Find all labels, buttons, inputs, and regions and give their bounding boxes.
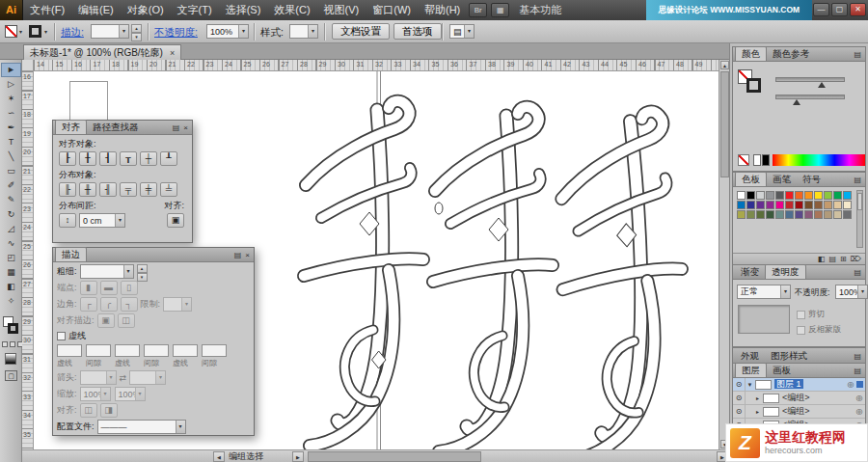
- menu-item-7[interactable]: 窗口(W): [366, 0, 418, 20]
- document-setup-button[interactable]: 文档设置: [332, 23, 390, 40]
- arrow-start-combo[interactable]: [80, 370, 117, 385]
- swatch-34[interactable]: [833, 210, 842, 219]
- dash-input-3[interactable]: [144, 344, 169, 357]
- swatch-20[interactable]: [814, 201, 823, 209]
- swatch-27[interactable]: [766, 210, 774, 219]
- color-slider-1[interactable]: [775, 77, 845, 82]
- layer-row-2[interactable]: ⊙▸<编组>◎: [733, 405, 865, 419]
- swatch-18[interactable]: [795, 201, 803, 209]
- dash-input-4[interactable]: [173, 344, 198, 357]
- menu-item-0[interactable]: 文件(F): [23, 0, 71, 20]
- profile-combo[interactable]: ———: [97, 420, 186, 434]
- eye-icon[interactable]: ⊙: [733, 378, 746, 392]
- corner-button-2[interactable]: ┐: [121, 297, 138, 312]
- menu-item-6[interactable]: 视图(V): [317, 0, 366, 20]
- close-icon[interactable]: ×: [183, 123, 188, 132]
- spin-up-icon[interactable]: ▴: [137, 264, 148, 273]
- panel-menu-icon[interactable]: ▤: [234, 251, 242, 259]
- distribute-button-4[interactable]: ╪: [140, 182, 157, 197]
- dash-input-2[interactable]: [115, 344, 140, 357]
- distribute-button-5[interactable]: ╧: [160, 182, 177, 197]
- menu-item-4[interactable]: 选择(S): [219, 0, 268, 20]
- tab-graphic-styles[interactable]: 图形样式: [765, 349, 813, 363]
- arrow-end-combo[interactable]: [129, 370, 166, 385]
- distribute-button-0[interactable]: ╟: [59, 182, 76, 197]
- horizontal-scroll-thumb[interactable]: [308, 451, 481, 462]
- swatch-15[interactable]: [766, 201, 774, 209]
- invert-mask-checkbox[interactable]: [797, 326, 805, 335]
- tab-color-guide[interactable]: 颜色参考: [767, 47, 815, 61]
- tab-close-icon[interactable]: ×: [170, 46, 175, 60]
- tab-artboards[interactable]: 画板: [767, 364, 797, 377]
- swatch-0[interactable]: [737, 191, 746, 200]
- swatch-5[interactable]: [785, 191, 794, 200]
- tab-symbols[interactable]: 符号: [797, 173, 827, 186]
- preferences-button[interactable]: 首选项: [393, 23, 442, 40]
- swatch-29[interactable]: [785, 210, 794, 219]
- color-mode-color-icon[interactable]: [2, 341, 8, 347]
- swatch-12[interactable]: [737, 201, 746, 209]
- tool-direct-selection[interactable]: ▷: [1, 77, 21, 92]
- tab-swatches[interactable]: 色板: [735, 172, 767, 186]
- close-button[interactable]: ✕: [850, 3, 866, 16]
- swatch-35[interactable]: [843, 210, 852, 219]
- tool-rotate[interactable]: ↻: [1, 207, 21, 222]
- opacity-panel-link[interactable]: 不透明度:: [154, 26, 198, 40]
- tool-width[interactable]: ∿: [1, 236, 21, 251]
- blend-mode-combo[interactable]: 正常: [737, 285, 791, 299]
- swatch-1[interactable]: [746, 191, 755, 200]
- tool-lasso[interactable]: ∽: [1, 106, 21, 121]
- corner-button-0[interactable]: ┌: [80, 297, 97, 312]
- style-combo[interactable]: [289, 24, 318, 39]
- slider-handle-icon[interactable]: [793, 99, 800, 105]
- vertical-scrollbar[interactable]: ▲ ▼: [719, 60, 729, 449]
- layer-row-1[interactable]: ⊙▸<编组>◎: [733, 392, 865, 405]
- white-swatch[interactable]: [753, 154, 761, 166]
- stroke-color-chip[interactable]: [29, 25, 41, 38]
- swatch-24[interactable]: [737, 210, 746, 219]
- swatch-8[interactable]: [814, 191, 823, 200]
- tool-type[interactable]: T: [1, 135, 21, 149]
- glyph-2[interactable]: [433, 107, 553, 449]
- align-to-selection-icon[interactable]: ▣: [167, 213, 184, 228]
- swatch-33[interactable]: [824, 210, 832, 219]
- swatch-9[interactable]: [824, 191, 832, 200]
- opacity-combo[interactable]: 100%: [206, 24, 249, 39]
- dash-input-1[interactable]: [86, 344, 111, 357]
- dash-input-0[interactable]: [57, 344, 82, 357]
- glyph-3[interactable]: [556, 111, 688, 449]
- tab-transparency[interactable]: 透明度: [765, 264, 806, 279]
- swatch-19[interactable]: [804, 201, 813, 209]
- stroke-dropdown-icon[interactable]: ▾: [44, 28, 47, 35]
- panel-menu-icon[interactable]: ▤: [854, 268, 861, 277]
- menu-item-3[interactable]: 文字(T): [171, 0, 219, 20]
- tab-align[interactable]: 对齐: [55, 120, 87, 134]
- target-icon[interactable]: ◎: [854, 394, 865, 402]
- minimize-button[interactable]: —: [813, 3, 829, 16]
- distribute-button-2[interactable]: ╢: [99, 182, 117, 197]
- arrange-documents-icon[interactable]: ▦: [491, 3, 509, 17]
- fill-color-chip[interactable]: [5, 25, 17, 38]
- bridge-icon[interactable]: Br: [469, 3, 487, 17]
- screen-mode-icon[interactable]: ▢: [5, 370, 17, 381]
- swatch-3[interactable]: [766, 191, 774, 200]
- swatch-14[interactable]: [756, 201, 765, 209]
- swatch-7[interactable]: [804, 191, 813, 200]
- swatch-28[interactable]: [775, 210, 784, 219]
- swatch-32[interactable]: [814, 210, 823, 219]
- tab-appearance[interactable]: 外观: [735, 349, 765, 363]
- menu-item-2[interactable]: 对象(O): [121, 0, 171, 20]
- panel-menu-icon[interactable]: ▤: [173, 123, 180, 132]
- target-icon[interactable]: ◎: [854, 407, 865, 416]
- gradient-swatch-icon[interactable]: [5, 353, 16, 365]
- tool-pencil[interactable]: ✎: [1, 193, 21, 207]
- cap-button-2[interactable]: ▯: [121, 281, 138, 295]
- stroke-weight-combo[interactable]: [91, 24, 129, 39]
- spin-up-icon[interactable]: ▴: [131, 24, 142, 33]
- close-icon[interactable]: ×: [245, 251, 250, 259]
- panel-menu-icon[interactable]: ▤: [854, 367, 861, 375]
- tab-color[interactable]: 颜色: [735, 46, 767, 61]
- stroke-weight-stepper[interactable]: ▴ ▾: [131, 24, 142, 39]
- swatch-2[interactable]: [756, 191, 765, 200]
- swatch-10[interactable]: [833, 191, 842, 200]
